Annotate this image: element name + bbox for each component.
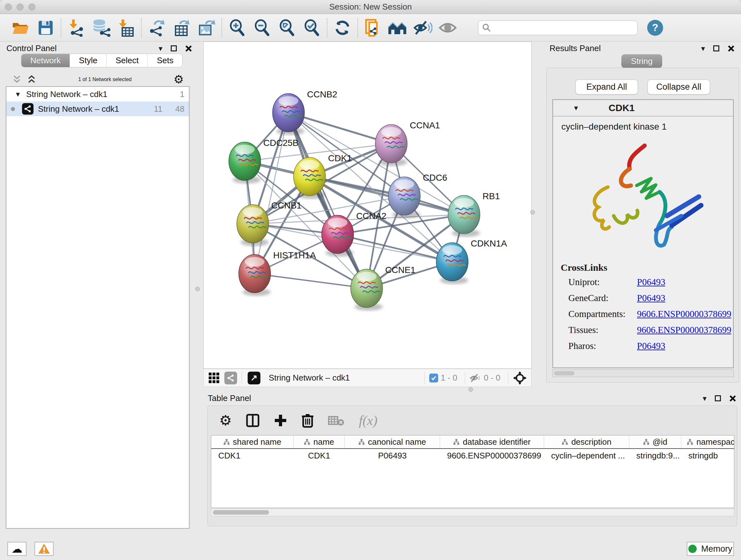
expand-all-icon[interactable] — [27, 75, 37, 84]
clone-network-icon — [365, 18, 381, 37]
network-edge-count: 48 — [175, 104, 185, 114]
delete-column-icon[interactable] — [301, 413, 314, 428]
clone-network-button[interactable] — [360, 17, 386, 38]
tab-sets[interactable]: Sets — [148, 54, 182, 67]
zoom-fit-content-button[interactable] — [274, 17, 299, 38]
selected-checkbox-icon[interactable] — [429, 374, 438, 382]
crosslink-link[interactable]: 9606.ENSP00000378699 — [637, 309, 731, 319]
column-header-canonical-name[interactable]: canonical name — [345, 435, 440, 448]
crosslink-row: GeneCard:P06493 — [561, 293, 733, 303]
results-panel: Results Panel ▾ String Expand All Collap… — [542, 42, 741, 387]
network-collection-row[interactable]: ▾ String Network – cdk1 1 — [6, 87, 189, 102]
horizontal-splitter-handle[interactable] — [468, 387, 473, 392]
collapse-all-icon[interactable] — [12, 75, 22, 84]
node-CDC6[interactable]: CDC6 — [388, 173, 447, 219]
node-CDK1[interactable]: CDK1 — [293, 153, 352, 199]
zoom-in-button[interactable] — [225, 17, 250, 38]
network-share-icon[interactable] — [224, 372, 237, 384]
column-header-namespace[interactable]: namespace — [681, 435, 734, 448]
open-session-button[interactable] — [8, 17, 33, 38]
string-home-button[interactable] — [386, 17, 410, 38]
node-CDKN1A[interactable]: CDKN1A — [436, 239, 507, 284]
results-panel-float-icon[interactable] — [713, 45, 719, 51]
table-cell[interactable]: stringdb:9... — [629, 449, 681, 462]
edge-CCNB2-HIST1H1A[interactable] — [255, 113, 288, 273]
control-panel-close-icon[interactable] — [185, 45, 192, 52]
add-column-icon[interactable] — [274, 414, 287, 427]
table-cell[interactable]: CDK1 — [293, 449, 345, 462]
memory-button[interactable]: Memory — [687, 542, 734, 556]
import-network-from-file-button[interactable] — [64, 17, 89, 38]
left-splitter-handle[interactable] — [195, 287, 200, 291]
export-network-icon — [148, 19, 165, 37]
delete-table-icon[interactable] — [328, 415, 345, 426]
table-cell[interactable]: cyclin–dependent ... — [544, 449, 629, 462]
control-panel-collapse-icon[interactable]: ▾ — [158, 45, 162, 52]
function-builder-icon[interactable]: f(x) — [359, 413, 377, 428]
hidden-eye-icon[interactable] — [470, 373, 481, 383]
table-cell[interactable]: 9606.ENSP00000378699 — [440, 449, 544, 462]
collection-expander-icon[interactable]: ▾ — [16, 90, 20, 98]
import-network-icon — [68, 19, 85, 37]
refresh-view-button[interactable] — [330, 17, 355, 38]
crosslink-link[interactable]: P06493 — [637, 293, 665, 303]
crosslink-link[interactable]: 9606.ENSP00000378699 — [637, 325, 731, 335]
import-table-from-file-button[interactable] — [114, 17, 138, 38]
table-scrollbar[interactable] — [211, 509, 734, 516]
control-panel-float-icon[interactable] — [171, 45, 177, 51]
table-panel-float-icon[interactable] — [715, 395, 721, 401]
edge-HIST1H1A-CCNE1[interactable] — [255, 273, 367, 288]
crosslink-link[interactable]: P06493 — [637, 277, 665, 287]
column-header-shared-name[interactable]: shared name — [211, 435, 293, 448]
show-columns-icon[interactable] — [246, 414, 260, 428]
warnings-button[interactable] — [35, 542, 54, 556]
results-panel-close-icon[interactable] — [728, 45, 735, 52]
export-table-button[interactable] — [169, 17, 194, 38]
column-header-description[interactable]: description — [544, 435, 629, 448]
results-panel-collapse-icon[interactable]: ▾ — [701, 45, 705, 52]
table-row[interactable]: CDK1CDK1P064939606.ENSP00000378699cyclin… — [211, 449, 734, 462]
export-network-button[interactable] — [144, 17, 169, 38]
gene-header[interactable]: ▾ CDK1 — [553, 100, 733, 117]
node-HIST1H1A[interactable]: HIST1H1A — [239, 250, 316, 296]
show-hide-graphics-details-button[interactable] — [410, 17, 435, 38]
import-network-from-database-button[interactable] — [89, 17, 114, 38]
export-image-button[interactable] — [194, 17, 219, 38]
column-header--id[interactable]: @id — [629, 435, 681, 448]
open-in-new-window-icon[interactable]: ↗ — [248, 372, 260, 384]
table-cell[interactable]: stringdb — [681, 449, 734, 462]
table-panel-close-icon[interactable] — [729, 395, 736, 402]
tab-network[interactable]: Network — [21, 54, 70, 67]
right-splitter-handle[interactable] — [530, 210, 535, 214]
tab-style[interactable]: Style — [70, 54, 107, 67]
column-header-database-identifier[interactable]: database identifier — [440, 435, 544, 448]
preview-eye-button[interactable] — [435, 17, 460, 38]
help-button[interactable]: ? — [647, 20, 663, 36]
zoom-selected-button[interactable] — [299, 17, 324, 38]
gene-expander-icon[interactable]: ▾ — [574, 104, 578, 112]
table-cell[interactable]: CDK1 — [211, 449, 293, 462]
grid-view-icon[interactable] — [209, 373, 219, 383]
zoom-out-button[interactable] — [250, 17, 274, 38]
column-header-name[interactable]: name — [293, 435, 345, 448]
birdseye-navigator-icon[interactable] — [513, 371, 527, 385]
table-panel-collapse-icon[interactable]: ▾ — [703, 395, 706, 402]
tab-select[interactable]: Select — [107, 54, 148, 67]
cloud-status-button[interactable]: ☁ — [7, 542, 26, 556]
node-CCNE1[interactable]: CCNE1 — [351, 265, 415, 311]
collapse-all-button[interactable]: Collapse All — [648, 79, 710, 95]
tab-string[interactable]: String — [621, 54, 662, 68]
node-RB1[interactable]: RB1 — [448, 191, 500, 237]
table-cell[interactable]: P06493 — [345, 449, 440, 462]
toolbar-separator — [221, 18, 222, 37]
column-type-icon — [223, 439, 230, 445]
crosslink-link[interactable]: P06493 — [637, 341, 665, 351]
save-session-button[interactable] — [33, 17, 58, 38]
results-scrollbar[interactable] — [552, 369, 734, 377]
expand-all-button[interactable]: Expand All — [576, 79, 638, 95]
network-canvas[interactable]: CCNB2CCNA1CDC25BCDK1CDC6RB1CCNB1CCNA2CDK… — [203, 42, 532, 369]
network-row[interactable]: String Network – cdk1 11 48 — [6, 102, 189, 116]
search-input[interactable] — [491, 23, 628, 32]
network-options-gear-icon[interactable]: ⚙ — [174, 74, 184, 85]
table-options-gear-icon[interactable]: ⚙ — [219, 414, 232, 428]
